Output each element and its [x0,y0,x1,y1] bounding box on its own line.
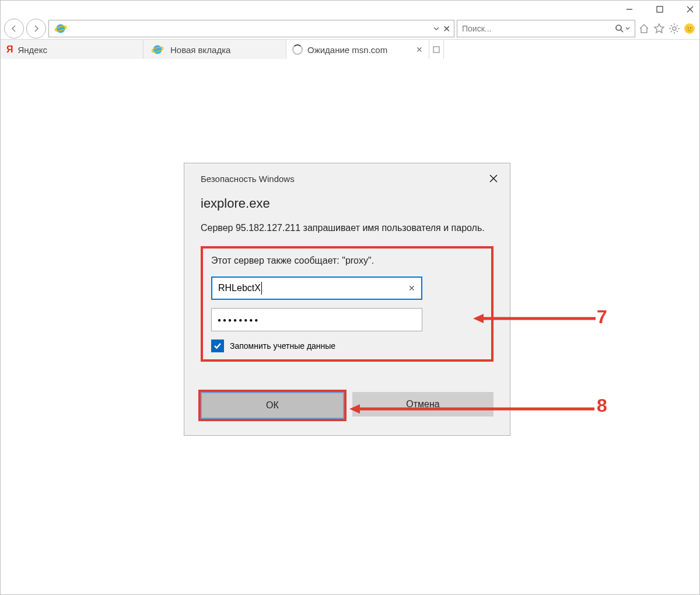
ok-button[interactable]: ОК [201,392,344,419]
new-tab-button[interactable] [429,40,444,60]
maximize-button[interactable] [653,2,667,16]
feedback-icon[interactable]: 🙂 [683,22,696,35]
svg-marker-15 [473,314,484,323]
dialog-app-name: iexplore.exe [201,196,494,211]
credentials-highlight: Этот сервер также сообщает: "proxy". RHL… [201,246,494,362]
toolbar: ✕ Поиск... 🙂 [1,18,699,39]
tab-yandex[interactable]: Я Яндекс [1,40,144,60]
tab-msn[interactable]: Ожидание msn.com ✕ [286,40,429,60]
credentials-dialog: Безопасность Windows iexplore.exe Сервер… [184,163,510,436]
svg-rect-11 [433,47,439,52]
search-dropdown-icon[interactable] [625,26,630,31]
svg-rect-1 [657,6,663,12]
home-icon[interactable] [638,22,650,35]
annotation-number-7: 7 [597,306,607,328]
annotation-number-8: 8 [597,395,607,416]
tab-new[interactable]: Новая вкладка [144,40,286,60]
ok-label: ОК [266,400,279,411]
username-value: RHLebctX [218,283,261,293]
search-icon[interactable] [615,24,624,33]
tab-bar: Я Яндекс Новая вкладка Ожидание msn.com … [1,39,699,60]
favorites-icon[interactable] [653,22,666,35]
svg-marker-17 [349,404,360,414]
loading-spinner-icon [292,44,303,55]
remember-label: Запомнить учетные данные [230,341,335,351]
yandex-icon: Я [6,44,13,55]
remember-row[interactable]: Запомнить учетные данные [211,340,483,352]
stop-icon[interactable]: ✕ [443,23,450,34]
dialog-title: Безопасность Windows [201,174,295,184]
annotation-arrow-8 [349,402,594,416]
search-placeholder: Поиск... [462,24,491,33]
dropdown-icon[interactable] [433,26,439,32]
username-field[interactable]: RHLebctX ✕ [211,276,422,300]
svg-line-7 [621,30,623,32]
tab-label: Новая вкладка [170,45,230,55]
back-button[interactable] [4,19,24,38]
svg-point-9 [153,46,162,54]
remember-checkbox[interactable] [211,340,224,352]
ie-icon [152,44,163,55]
annotation-arrow-7 [473,312,596,326]
address-bar[interactable]: ✕ [48,20,454,37]
minimize-button[interactable] [622,2,636,16]
password-mask: ●●●●●●●● [218,317,260,323]
clear-input-icon[interactable]: ✕ [408,284,415,293]
close-button[interactable] [683,2,697,16]
tab-label: Яндекс [18,45,47,55]
svg-point-6 [616,25,621,30]
gear-icon[interactable] [668,22,681,35]
tab-close-icon[interactable]: ✕ [416,45,423,54]
search-input[interactable]: Поиск... [457,20,635,37]
password-field[interactable]: ●●●●●●●● [211,308,422,331]
window-controls [622,2,697,16]
dialog-message: Сервер 95.182.127.211 запрашивает имя по… [201,222,494,235]
dialog-close-button[interactable] [487,172,501,186]
ie-icon [55,23,66,34]
forward-button[interactable] [26,19,46,38]
tab-label: Ожидание msn.com [307,45,387,55]
browser-window: ✕ Поиск... 🙂 Я Яндекс Новая вкладка Ожид… [0,0,700,595]
svg-point-8 [673,27,676,30]
svg-point-4 [57,24,65,33]
dialog-realm: Этот сервер также сообщает: "proxy". [211,256,483,266]
